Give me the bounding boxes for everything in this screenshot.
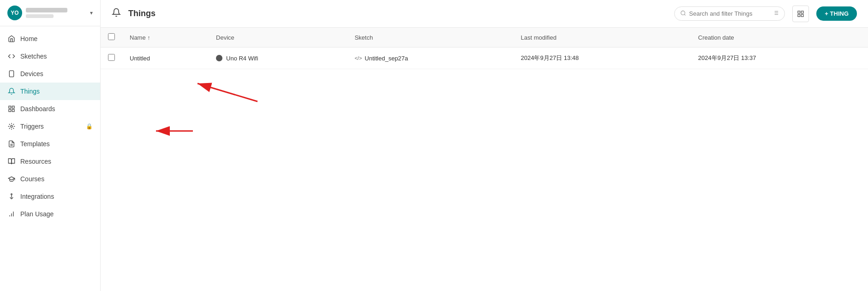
sidebar-item-label-integrations: Integrations [20,193,93,200]
templates-icon [7,140,16,148]
sidebar-item-integrations[interactable]: Integrations [0,188,100,205]
select-all-cell[interactable] [101,28,122,48]
sidebar-item-label-plan-usage: Plan Usage [20,210,93,218]
page-icon [112,8,121,19]
avatar: YO [7,6,22,20]
thing-device: Uno R4 Wifi [209,48,347,69]
thing-creation-date: 2024年9月27日 13:37 [691,48,868,69]
integrations-icon [7,192,16,201]
svg-point-9 [11,194,12,195]
row-checkbox-cell[interactable] [101,48,122,69]
resources-icon [7,157,16,166]
plan-usage-icon [7,210,16,218]
sidebar-item-label-resources: Resources [20,158,93,165]
svg-rect-3 [12,106,14,108]
things-table: Name ↑ Device Sketch Last modified Creat… [101,28,868,69]
main-content: Things + THING N [101,0,868,291]
devices-icon [7,70,16,78]
content-wrapper: Name ↑ Device Sketch Last modified Creat… [101,28,868,291]
filter-icon[interactable] [772,10,779,18]
col-sketch: Sketch [347,28,513,48]
courses-icon [7,175,16,183]
dashboards-icon [7,105,16,113]
sidebar-item-courses[interactable]: Courses [0,170,100,188]
user-info [26,8,86,18]
svg-point-6 [11,125,12,127]
device-status-dot [216,55,222,61]
grid-view-button[interactable] [792,6,809,22]
sidebar-item-triggers[interactable]: Triggers 🔒 [0,118,100,135]
col-creation-date: Creation date [691,28,868,48]
row-checkbox[interactable] [108,54,115,61]
search-bar[interactable] [674,6,785,21]
home-icon [7,35,16,43]
sidebar-item-devices[interactable]: Devices [0,65,100,83]
sidebar-header[interactable]: YO ▾ [0,0,100,26]
col-last-modified: Last modified [514,28,691,48]
thing-sketch: </> Untitled_sep27a [347,48,513,69]
search-icon [680,10,686,18]
svg-rect-20 [802,14,804,17]
svg-rect-18 [798,11,800,13]
sketches-icon [7,52,16,60]
chevron-down-icon[interactable]: ▾ [90,10,93,16]
svg-rect-21 [798,14,800,17]
sidebar-nav: Home Sketches Devices Things Dashboards [0,26,100,291]
page-title: Things [128,9,156,18]
lock-icon: 🔒 [86,123,93,130]
device-name: Uno R4 Wifi [226,55,258,62]
main-header: Things + THING [101,0,868,28]
table-header-row: Name ↑ Device Sketch Last modified Creat… [101,28,868,48]
code-icon: </> [354,55,362,61]
table-container: Name ↑ Device Sketch Last modified Creat… [101,28,868,291]
sketch-name: Untitled_sep27a [365,55,408,62]
sidebar-item-label-sketches: Sketches [20,53,93,60]
svg-rect-4 [12,109,14,112]
sidebar-item-dashboards[interactable]: Dashboards [0,100,100,118]
things-icon [7,87,16,95]
user-name-blurred [26,8,67,12]
sidebar-item-home[interactable]: Home [0,30,100,48]
sidebar-item-label-things: Things [20,88,93,95]
table-row: Untitled Uno R4 Wifi </> Untitled_sep27a [101,48,868,69]
sidebar-item-label-courses: Courses [20,175,93,183]
sidebar-item-label-templates: Templates [20,140,93,148]
sidebar-item-sketches[interactable]: Sketches [0,48,100,65]
add-thing-button[interactable]: + THING [816,6,857,21]
sidebar-item-label-home: Home [20,35,93,42]
sidebar-item-things[interactable]: Things [0,83,100,100]
triggers-icon [7,122,16,131]
sidebar-item-label-triggers: Triggers [20,123,81,130]
search-input[interactable] [689,10,770,17]
svg-rect-0 [9,71,13,77]
col-device: Device [209,28,347,48]
select-all-checkbox[interactable] [108,33,115,40]
svg-line-11 [684,14,685,15]
svg-rect-5 [9,109,11,112]
device-cell: Uno R4 Wifi [216,55,340,62]
svg-rect-19 [802,11,804,13]
svg-point-10 [681,11,685,15]
thing-name[interactable]: Untitled [122,48,209,69]
sidebar-item-plan-usage[interactable]: Plan Usage [0,205,100,223]
thing-last-modified: 2024年9月27日 13:48 [514,48,691,69]
sidebar: YO ▾ Home Sketches Devices [0,0,101,291]
sketch-cell: </> Untitled_sep27a [354,55,506,62]
sidebar-item-resources[interactable]: Resources [0,153,100,170]
sidebar-item-label-devices: Devices [20,70,93,77]
sidebar-item-label-dashboards: Dashboards [20,105,93,113]
col-name[interactable]: Name ↑ [122,28,209,48]
user-sub-blurred [26,14,54,18]
sidebar-item-templates[interactable]: Templates [0,135,100,153]
svg-rect-2 [9,106,11,108]
